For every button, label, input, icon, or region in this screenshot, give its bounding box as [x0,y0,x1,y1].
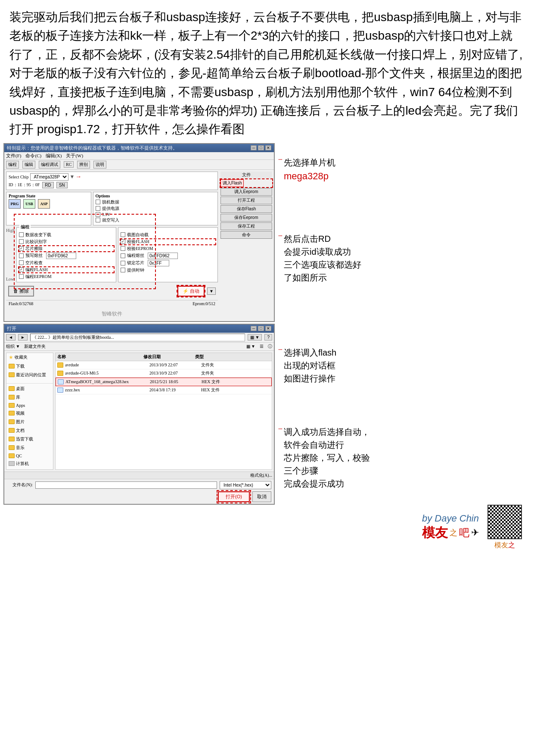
fuse-input-3[interactable] [148,260,169,266]
new-folder-label[interactable]: 新建文件夹 [24,344,46,350]
nav-favorites[interactable]: ★ 收藏夹 [6,353,53,362]
nav-thunder[interactable]: 迅雷下载 [6,435,53,444]
options-panel: Options 脱机数据 提供电源 [93,192,218,225]
view-icon[interactable]: ▦ ▼ [246,344,255,349]
file-row-avrdude[interactable]: avrdude 2013/10/9 22:07 文件夹 [56,361,272,369]
file-row-atmegaboot[interactable]: ATmegaBOOT_168_atmega328.hex 2012/5/21 1… [56,378,272,386]
avrdude-name: avrdude [65,362,149,367]
toolbar-debug[interactable]: 编程调试 [39,161,60,169]
win-bottom-bar: Flash:0/32768 Eprom:0/512 [6,300,218,307]
nav-music[interactable]: 音乐 [6,444,53,452]
annot-4-text: 调入成功后选择自动，软件会自动进行芯片擦除，写入，校验三个步骤完成会提示成功 [284,425,370,490]
file-row-avrdude-gui[interactable]: avrdude-GUI-M0.5 2013/10/9 22:07 文件夹 [56,369,272,378]
annotation-1: ··· 先选择单片机mega328p [278,143,531,183]
help-button[interactable]: ? [264,334,272,341]
nav-docs[interactable]: 文档 [6,426,53,435]
command-button[interactable]: 命令 [220,231,272,239]
menu-edit[interactable]: 编辑(X) [46,153,62,159]
info-icon[interactable]: ⓘ [268,344,272,350]
nav-forward-button[interactable]: ► [18,334,28,341]
prog-check-empty[interactable] [19,260,24,265]
maximize-button[interactable]: □ [258,145,264,150]
asp-icon: ASP [38,199,50,209]
organize-label[interactable]: 组织 ▼ [6,344,20,350]
nav-back-button[interactable]: ◄ [6,334,16,341]
prog-check-provide-clock[interactable] [121,268,125,272]
col-type-header[interactable]: 类型 [195,354,270,360]
close-button[interactable]: ✕ [265,145,271,150]
menu-about[interactable]: 关于(W) [66,153,83,159]
cancel-file-button[interactable]: 取消 [252,491,271,502]
load-flash-button[interactable]: 调入Flash [220,179,244,187]
open-close-button[interactable]: ✕ [265,326,271,331]
toolbar-edit[interactable]: 编辑 [22,161,35,169]
prog-check-chip-erase[interactable] [19,246,24,251]
prog-check-check-eeprom[interactable] [121,246,125,251]
save-eeprom-button[interactable]: 保存Eeprom [220,214,272,222]
prog-check-lock-chip[interactable] [121,261,125,266]
prog-check-eeprom[interactable] [19,274,24,279]
file-row-zzzz[interactable]: zzzz.hex 2014/3/8 17:19 HEX 文件 [56,386,272,394]
nav-computer[interactable]: 计算机 [6,459,53,468]
filetype-select[interactable]: Intel Hex(*.hex) [220,481,271,489]
filename-input[interactable] [35,481,217,489]
toolbar-help[interactable]: 说明 [93,161,106,169]
option-check-1[interactable] [96,200,100,204]
open-maximize-button[interactable]: □ [258,326,264,331]
chip-select[interactable]: ATmega328P [30,173,68,181]
sn-button[interactable]: SN [56,182,68,188]
nav-library[interactable]: 库 [6,393,53,402]
option-check-4[interactable] [96,218,100,222]
format-bar: 格式化(A)... [4,472,274,479]
nav-downloads[interactable]: 下载 [6,362,53,371]
save-project-button[interactable]: 保存工程 [220,222,272,230]
prog-check-check-flash[interactable] [121,239,125,244]
auto-button[interactable]: ⚡ 自动 [177,286,205,297]
nav-apps[interactable]: Apps [6,402,53,409]
nav-qc[interactable]: QC [6,452,53,459]
toolbar-icon[interactable]: ☰ [260,344,264,349]
save-flash-button[interactable]: 保存Flash [220,205,272,213]
option-check-3[interactable] [96,212,100,217]
open-minimize-button[interactable]: ─ [251,326,257,331]
nav-pictures[interactable]: 图片 [6,418,53,426]
col-date-header[interactable]: 修改日期 [143,354,195,360]
prog-section-title: 编程 [19,224,31,230]
prog-check-auto-load[interactable] [121,232,125,237]
fuse-input-2[interactable] [148,253,178,259]
prog-check-flash[interactable] [19,267,24,272]
nav-desktop[interactable]: 桌面 [6,384,53,393]
rd-button[interactable]: RD [42,182,53,188]
open-dialog-toolbar: ◄ ► 《 222... 》超简单给云台控制板重烧bootla... ▦ ▼ ? [4,333,274,343]
fuse-input-1[interactable] [46,253,76,259]
annot-4-content: ··· 调入成功后选择自动，软件会自动进行芯片擦除，写入，校验三个步骤完成会提示… [278,425,531,490]
chip-dropdown-icon[interactable]: ▼ [69,174,75,180]
format-label[interactable]: 格式化(A)... [250,473,272,478]
nav-video[interactable]: 视频 [6,409,53,418]
nav-recent[interactable]: 最近访问的位置 [6,371,53,379]
prog-check-data-change[interactable] [19,232,24,237]
chip-arrow-icon[interactable]: → [75,173,81,180]
open-file-button[interactable]: 打开(O) [218,491,250,502]
toolbar-rc[interactable]: RC [64,161,74,168]
toolbar-prog[interactable]: 编程 [6,161,19,169]
toolbar-identify[interactable]: 辨别 [77,161,90,169]
view-button[interactable]: ▦ ▼ [248,334,262,341]
menu-command[interactable]: 命令(C) [25,153,41,159]
option-check-2[interactable] [96,206,100,211]
prog-check-compare[interactable] [19,239,24,244]
annot-3-dots: ··· [278,346,282,354]
down-button[interactable]: ▼ [207,287,216,295]
prog-check-pre-fuse[interactable] [19,253,24,258]
zzzz-date: 2014/3/8 17:19 [149,387,201,392]
minimize-button[interactable]: ─ [251,145,257,150]
open-project-button[interactable]: 打开工程 [220,197,272,204]
erase-button[interactable]: 🗑 擦除 [8,286,34,297]
low-label: Low [6,277,15,281]
avrdude-gui-folder-icon [57,371,63,376]
thunder-folder-icon [9,437,15,441]
menu-file[interactable]: 文件(F) [6,153,21,159]
load-eeprom-button[interactable]: 调入Eeprom [220,188,272,196]
prog-check-prog-fuse[interactable] [121,253,125,258]
col-name-header[interactable]: 名称 [57,354,143,360]
